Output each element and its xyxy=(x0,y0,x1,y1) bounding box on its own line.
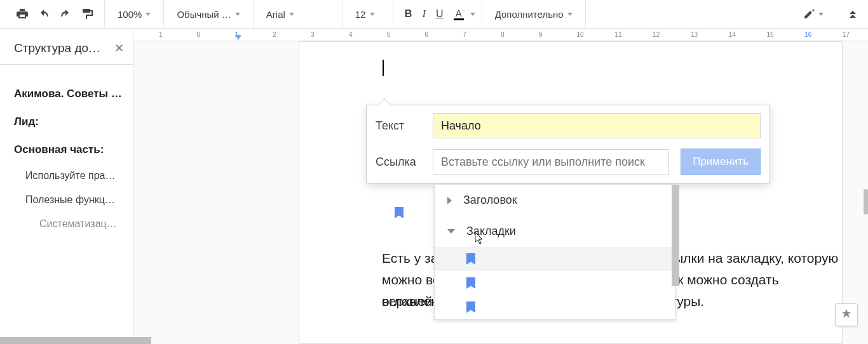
collapse-icon[interactable] xyxy=(843,6,863,22)
caret-down-icon xyxy=(289,13,294,16)
outline-item[interactable]: Основная часть: xyxy=(14,136,124,164)
toolbar-group-actions xyxy=(5,0,105,28)
outline-item[interactable]: Лид: xyxy=(14,108,124,136)
ruler-tick: 17 xyxy=(843,31,850,38)
ruler-tick: 0 xyxy=(197,31,201,38)
size-dropdown[interactable]: 12 xyxy=(349,9,381,20)
horizontal-scrollbar[interactable] xyxy=(0,337,151,344)
ruler-tick: 7 xyxy=(463,31,466,38)
caret-down-icon xyxy=(146,13,151,16)
explore-button[interactable] xyxy=(835,303,858,326)
more-label: Дополнительно xyxy=(495,9,564,20)
link-label: Ссылка xyxy=(376,155,421,169)
chevron-right-icon xyxy=(447,197,452,204)
bookmark-icon xyxy=(466,301,475,313)
style-value: Обычный … xyxy=(177,9,231,20)
text-cursor xyxy=(383,60,384,76)
link-url-input[interactable] xyxy=(433,149,669,175)
apply-button[interactable]: Применить xyxy=(681,149,761,175)
chevron-down-icon xyxy=(447,229,455,234)
ruler-tick: 15 xyxy=(766,31,773,38)
ruler-tick: 2 xyxy=(273,31,276,38)
format-group: B I U A xyxy=(393,0,482,28)
style-dropdown[interactable]: Обычный … xyxy=(170,9,246,20)
dropdown-heading-section[interactable]: Заголовок xyxy=(435,185,675,216)
outline-subitem[interactable]: Систематизац… xyxy=(14,212,124,236)
outline-subitem[interactable]: Используйте пра… xyxy=(14,164,124,188)
sidebar-header: Структура до… ✕ xyxy=(14,41,124,64)
underline-button[interactable]: U xyxy=(431,4,449,23)
close-icon[interactable]: ✕ xyxy=(114,41,124,55)
undo-icon[interactable] xyxy=(33,6,55,22)
link-text-input[interactable] xyxy=(433,113,761,138)
ruler[interactable]: 101234567891011121314151617 xyxy=(133,29,868,41)
ruler-tick: 16 xyxy=(804,31,811,38)
bookmark-icon xyxy=(466,277,475,289)
size-value: 12 xyxy=(355,9,366,20)
zoom-dropdown[interactable]: 100% xyxy=(111,9,157,20)
link-suggestions-dropdown: Заголовок Закладки xyxy=(434,184,675,320)
caret-down-icon xyxy=(818,13,824,16)
text-label: Текст xyxy=(376,119,421,133)
zoom-value: 100% xyxy=(118,9,142,20)
font-value: Arial xyxy=(266,9,285,20)
style-group: Обычный … xyxy=(164,0,253,28)
font-group: Arial xyxy=(254,0,342,28)
main-area: Структура до… ✕ Акимова. Советы … Лид: О… xyxy=(0,29,868,344)
caret-down-icon xyxy=(235,13,240,16)
bookmark-list-item[interactable] xyxy=(435,295,675,319)
ruler-tick: 11 xyxy=(614,31,621,38)
outline-item[interactable]: Акимова. Советы … xyxy=(14,80,124,108)
zoom-group: 100% xyxy=(105,0,164,28)
caret-down-icon xyxy=(370,13,375,16)
bookmark-icon xyxy=(466,253,475,265)
ruler-tick: 14 xyxy=(729,31,736,38)
ruler-tick: 10 xyxy=(577,31,584,38)
more-dropdown[interactable]: Дополнительно xyxy=(489,9,579,20)
bookmark-icon[interactable] xyxy=(395,207,403,221)
ruler-tick: 5 xyxy=(387,31,391,38)
paint-format-icon[interactable] xyxy=(76,4,98,23)
ruler-tick: 3 xyxy=(311,31,315,38)
toolbar: 100% Обычный … Arial 12 B I U A Д xyxy=(0,0,868,29)
bookmark-list-item[interactable] xyxy=(435,247,675,271)
print-icon[interactable] xyxy=(11,5,33,23)
dropdown-scrollbar[interactable] xyxy=(672,185,679,286)
ruler-tick: 4 xyxy=(349,31,353,38)
bookmark-list-item[interactable] xyxy=(435,271,675,295)
ruler-tick: 6 xyxy=(424,31,428,38)
text-color-button[interactable]: A xyxy=(449,4,469,24)
caret-down-icon xyxy=(470,13,475,16)
popup-row-link: Ссылка Применить xyxy=(367,146,770,183)
vertical-scrollbar[interactable] xyxy=(864,189,868,215)
popup-row-text: Текст xyxy=(367,105,770,146)
outline-sidebar: Структура до… ✕ Акимова. Советы … Лид: О… xyxy=(0,29,133,344)
ruler-tick: 12 xyxy=(653,31,660,38)
indent-marker-icon[interactable] xyxy=(235,35,241,40)
outline-subitem[interactable]: Полезные функц… xyxy=(14,188,124,212)
sidebar-title: Структура до… xyxy=(14,41,100,55)
bookmarks-label: Закладки xyxy=(466,225,516,238)
ruler-tick: 8 xyxy=(501,31,505,38)
ruler-tick: 9 xyxy=(539,31,543,38)
redo-icon[interactable] xyxy=(55,6,76,22)
font-dropdown[interactable]: Arial xyxy=(260,9,301,20)
caret-down-icon xyxy=(567,13,573,16)
italic-button[interactable]: I xyxy=(417,4,431,24)
bold-button[interactable]: B xyxy=(400,4,417,23)
ruler-tick: 13 xyxy=(691,31,698,38)
heading-label: Заголовок xyxy=(463,194,517,207)
insert-link-popup: Текст Ссылка Применить Заголовок Закладк… xyxy=(366,105,770,183)
document-area: 101234567891011121314151617 Есть у закла… xyxy=(133,29,868,344)
ruler-tick: 1 xyxy=(159,31,163,38)
more-group: Дополнительно xyxy=(482,0,586,28)
size-group: 12 xyxy=(342,0,393,28)
dropdown-bookmarks-section[interactable]: Закладки xyxy=(435,216,675,247)
edit-mode-icon[interactable] xyxy=(798,4,818,23)
